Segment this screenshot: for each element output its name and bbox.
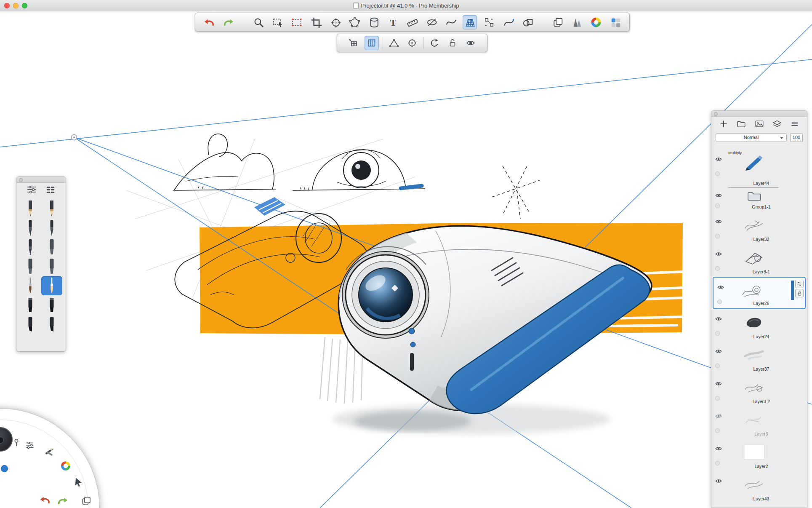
layer-adjust-button[interactable] — [795, 280, 804, 288]
brush-slot[interactable] — [20, 218, 41, 237]
corner-blue-dot[interactable] — [1, 465, 8, 472]
brush-slot-selected[interactable] — [41, 276, 63, 295]
brush-slot[interactable] — [41, 257, 63, 276]
layer-thumbnail[interactable] — [739, 345, 769, 364]
layer-group-row[interactable]: Group1-1 — [711, 188, 807, 212]
sliders-icon[interactable] — [24, 439, 36, 452]
ruler-icon[interactable] — [405, 15, 419, 29]
layer-row[interactable]: Multiply Layer44 — [711, 150, 807, 188]
blend-mode-dropdown[interactable]: Normal — [716, 133, 787, 142]
layer-visibility-eye-icon[interactable] — [714, 445, 723, 452]
french-curve-icon[interactable] — [444, 15, 458, 29]
layer-stack-icon[interactable] — [772, 118, 783, 129]
layer-thumbnail[interactable] — [739, 377, 769, 397]
polygon-lasso-icon[interactable] — [347, 15, 362, 29]
fill-icon[interactable] — [367, 15, 381, 29]
panel-menu-icon[interactable] — [789, 118, 800, 129]
layer-thumbnail[interactable] — [739, 248, 769, 267]
brush-slot[interactable] — [20, 238, 41, 257]
cursor-icon[interactable] — [72, 476, 85, 488]
undo-icon[interactable] — [202, 15, 216, 29]
brush-slot[interactable] — [20, 296, 41, 315]
rotate-guide-icon[interactable] — [427, 36, 442, 50]
triangle-guide-icon[interactable] — [387, 36, 401, 50]
layer-lock-dot[interactable] — [715, 266, 720, 271]
zoom-icon[interactable] — [251, 15, 266, 29]
import-image-icon[interactable] — [754, 118, 765, 129]
transform-select-icon[interactable] — [290, 15, 304, 29]
brush-slot[interactable] — [20, 276, 41, 295]
crop-icon[interactable] — [309, 15, 323, 29]
layer-thumbnail[interactable] — [739, 215, 769, 235]
layer-opacity-field[interactable]: 100 — [790, 133, 803, 142]
layer-thumbnail[interactable] — [737, 281, 767, 300]
grid-edit-icon[interactable] — [346, 36, 361, 50]
brush-slot[interactable] — [41, 296, 63, 315]
layer-row[interactable]: Layer24 — [711, 309, 807, 342]
duplicate-layer-icon[interactable] — [551, 15, 565, 29]
layer-row[interactable]: Layer3-2 — [711, 374, 807, 406]
layer-lock-dot[interactable] — [715, 428, 720, 433]
brush-slot[interactable] — [20, 257, 41, 276]
layer-visibility-eye-off-icon[interactable] — [714, 412, 723, 420]
pattern-icon[interactable] — [482, 15, 496, 29]
ellipse-guide-icon[interactable] — [424, 15, 439, 29]
brush-settings-icon[interactable] — [27, 185, 37, 195]
perspective-guide-icon[interactable] — [463, 15, 477, 29]
layer-opacity-slider[interactable] — [791, 281, 794, 300]
layer-row-hidden[interactable]: Layer3 — [711, 406, 807, 439]
layers-panel-titlebar[interactable] — [711, 111, 807, 117]
drawing-canvas[interactable] — [0, 0, 812, 508]
layer-lock-dot[interactable] — [717, 299, 722, 304]
close-window-button[interactable] — [4, 3, 10, 8]
palette-close-button[interactable] — [19, 178, 23, 182]
wheel-undo-icon[interactable] — [39, 494, 51, 506]
layer-row[interactable]: Layer43 — [711, 471, 807, 504]
layer-lock-dot[interactable] — [715, 171, 720, 176]
layer-thumbnail[interactable] — [739, 475, 769, 494]
wheel-color-wheel-icon[interactable] — [59, 460, 72, 472]
swatch-grid-icon[interactable] — [608, 15, 623, 29]
minimize-window-button[interactable] — [13, 3, 19, 8]
layer-lock-dot[interactable] — [715, 461, 720, 465]
layer-lock-dot[interactable] — [715, 364, 720, 368]
layer-visibility-eye-icon[interactable] — [714, 250, 723, 258]
brush-slot[interactable] — [41, 238, 63, 257]
lock-open-icon[interactable] — [445, 36, 460, 50]
layer-visibility-eye-icon[interactable] — [716, 283, 725, 291]
brush-slot[interactable] — [20, 199, 41, 218]
layer-lock-dot[interactable] — [715, 396, 720, 401]
brush-slot[interactable] — [20, 315, 41, 334]
brush-slot[interactable] — [41, 218, 63, 237]
guide-visibility-icon[interactable] — [463, 36, 478, 50]
layer-visibility-eye-icon[interactable] — [714, 380, 723, 388]
brush-pencil-icon[interactable] — [43, 446, 56, 458]
layer-visibility-eye-icon[interactable] — [714, 477, 723, 485]
shape-combine-icon[interactable] — [520, 15, 535, 29]
brush-slot[interactable] — [41, 315, 63, 334]
new-group-icon[interactable] — [736, 118, 747, 129]
layer-row-selected[interactable]: Layer26 — [713, 277, 806, 309]
layer-row[interactable]: Layer2 — [711, 439, 807, 471]
palette-titlebar[interactable] — [16, 177, 66, 183]
wheel-redo-icon[interactable] — [56, 495, 69, 507]
color-wheel-icon[interactable] — [589, 15, 603, 29]
layer-thumbnail[interactable] — [739, 153, 769, 172]
layer-thumbnail[interactable] — [739, 442, 769, 462]
layer-row[interactable]: Layer37 — [711, 342, 807, 374]
text-tool-icon[interactable]: T — [386, 15, 400, 29]
zoom-window-button[interactable] — [22, 3, 27, 8]
add-layer-icon[interactable] — [718, 118, 729, 129]
layer-lock-dot[interactable] — [715, 203, 720, 208]
steady-stroke-icon[interactable] — [501, 15, 516, 29]
layer-visibility-eye-icon[interactable] — [714, 348, 723, 355]
layer-lock-button[interactable] — [795, 289, 804, 297]
layer-visibility-eye-icon[interactable] — [714, 192, 723, 199]
layer-visibility-eye-icon[interactable] — [714, 155, 723, 163]
redo-icon[interactable] — [221, 15, 236, 29]
layer-row[interactable]: Layer3-1 — [711, 244, 807, 277]
layer-visibility-eye-icon[interactable] — [714, 315, 723, 323]
layer-lock-dot[interactable] — [715, 331, 720, 336]
layer-thumbnail[interactable] — [739, 313, 769, 332]
distort-icon[interactable] — [328, 15, 343, 29]
